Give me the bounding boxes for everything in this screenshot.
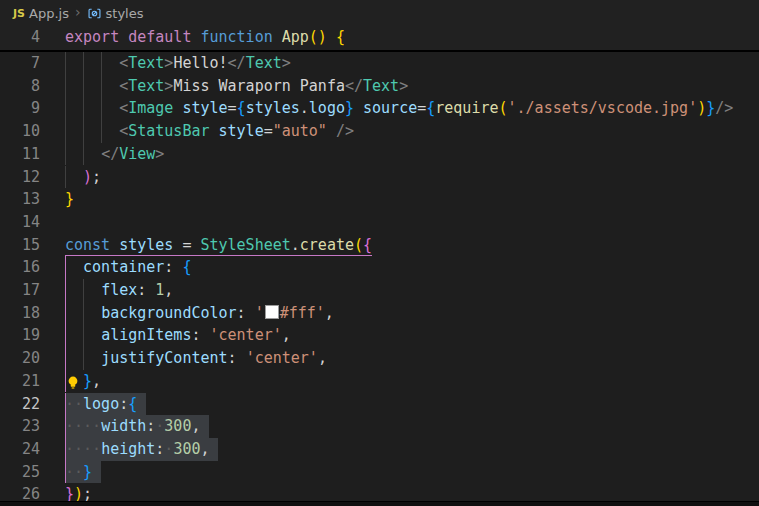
code-line-9[interactable]: 9 <Image style={styles.logo} source={req… bbox=[0, 97, 759, 120]
code-text: ··logo:{ bbox=[65, 393, 137, 416]
code-text: const styles = StyleSheet.create({ bbox=[65, 234, 372, 257]
sticky-scroll-line[interactable]: 4export default function App() { bbox=[0, 26, 759, 49]
code-line-22[interactable]: 22··logo:{ bbox=[0, 393, 759, 416]
code-line-21[interactable]: 21 }, bbox=[0, 370, 759, 393]
code-line-8[interactable]: 8 <Text>Miss Waraporn Panfa</Text> bbox=[0, 75, 759, 98]
line-number-25[interactable]: 25 bbox=[0, 461, 40, 484]
symbol-variable-icon bbox=[87, 6, 102, 21]
chevron-right-icon: › bbox=[74, 5, 82, 21]
line-number-7[interactable]: 7 bbox=[0, 52, 40, 75]
line-number-4[interactable]: 4 bbox=[0, 26, 40, 49]
code-line-16[interactable]: 16 container: { bbox=[0, 256, 759, 279]
line-number-18[interactable]: 18 bbox=[0, 302, 40, 325]
line-number-20[interactable]: 20 bbox=[0, 347, 40, 370]
editor[interactable]: 7 <Text>Hello!</Text>8 <Text>Miss Warapo… bbox=[0, 52, 759, 506]
code-line-10[interactable]: 10 <StatusBar style="auto" /> bbox=[0, 120, 759, 143]
code-text: <Text>Hello!</Text> bbox=[65, 52, 291, 75]
code-text: container: { bbox=[65, 256, 191, 279]
code-line-17[interactable]: 17 flex: 1, bbox=[0, 279, 759, 302]
breadcrumb: JS App.js › styles bbox=[13, 0, 144, 26]
code-text: <Text>Miss Waraporn Panfa</Text> bbox=[65, 75, 408, 98]
breadcrumb-item-file[interactable]: JS App.js bbox=[13, 6, 69, 21]
code-text: ··} bbox=[65, 461, 92, 484]
line-number-14[interactable]: 14 bbox=[0, 211, 40, 234]
line-number-15[interactable]: 15 bbox=[0, 234, 40, 257]
code-line-13[interactable]: 13} bbox=[0, 188, 759, 211]
code-text: flex: 1, bbox=[65, 279, 173, 302]
code-line-12[interactable]: 12 ); bbox=[0, 166, 759, 189]
code-text: } bbox=[65, 188, 74, 211]
line-number-22[interactable]: 22 bbox=[0, 393, 40, 416]
code-text: <Image style={styles.logo} source={requi… bbox=[65, 97, 733, 120]
vscode-editor-window: JS App.js › styles 4export default funct… bbox=[0, 0, 759, 506]
line-number-12[interactable]: 12 bbox=[0, 166, 40, 189]
breadcrumb-item-symbol[interactable]: styles bbox=[87, 6, 144, 21]
code-text: backgroundColor: '#fff', bbox=[65, 302, 334, 325]
line-number-10[interactable]: 10 bbox=[0, 120, 40, 143]
code-line-15[interactable]: 15const styles = StyleSheet.create({ bbox=[0, 234, 759, 257]
line-number-11[interactable]: 11 bbox=[0, 143, 40, 166]
code-text: ); bbox=[65, 166, 101, 189]
breadcrumb-symbol-label: styles bbox=[106, 6, 144, 21]
code-line-25[interactable]: 25··} bbox=[0, 461, 759, 484]
line-number-16[interactable]: 16 bbox=[0, 256, 40, 279]
line-number-8[interactable]: 8 bbox=[0, 75, 40, 98]
code-text: ····width:·300, bbox=[65, 415, 200, 438]
line-number-23[interactable]: 23 bbox=[0, 415, 40, 438]
lightbulb-code-action-icon[interactable] bbox=[66, 374, 80, 389]
code-text: <StatusBar style="auto" /> bbox=[65, 120, 354, 143]
editor-top-area: JS App.js › styles 4export default funct… bbox=[0, 0, 759, 52]
line-number-19[interactable]: 19 bbox=[0, 324, 40, 347]
code-line-23[interactable]: 23····width:·300, bbox=[0, 415, 759, 438]
code-text: justifyContent: 'center', bbox=[65, 347, 327, 370]
panel-edge bbox=[0, 501, 759, 506]
code-line-20[interactable]: 20 justifyContent: 'center', bbox=[0, 347, 759, 370]
line-number-9[interactable]: 9 bbox=[0, 97, 40, 120]
code-line-7[interactable]: 7 <Text>Hello!</Text> bbox=[0, 52, 759, 75]
code-text: alignItems: 'center', bbox=[65, 324, 291, 347]
code-line-4[interactable]: 4export default function App() { bbox=[0, 26, 759, 49]
line-number-24[interactable]: 24 bbox=[0, 438, 40, 461]
code-line-18[interactable]: 18 backgroundColor: '#fff', bbox=[0, 302, 759, 325]
line-number-17[interactable]: 17 bbox=[0, 279, 40, 302]
code-line-19[interactable]: 19 alignItems: 'center', bbox=[0, 324, 759, 347]
line-number-21[interactable]: 21 bbox=[0, 370, 40, 393]
line-number-13[interactable]: 13 bbox=[0, 188, 40, 211]
code-line-24[interactable]: 24····height:·300, bbox=[0, 438, 759, 461]
javascript-file-icon: JS bbox=[13, 7, 25, 20]
color-decorator-swatch[interactable] bbox=[265, 305, 279, 319]
code-text: export default function App() { bbox=[65, 26, 345, 49]
code-text: ····height:·300, bbox=[65, 438, 210, 461]
code-line-11[interactable]: 11 </View> bbox=[0, 143, 759, 166]
breadcrumb-file-label: App.js bbox=[29, 6, 69, 21]
code-line-14[interactable]: 14 bbox=[0, 211, 759, 234]
code-text: </View> bbox=[65, 143, 164, 166]
